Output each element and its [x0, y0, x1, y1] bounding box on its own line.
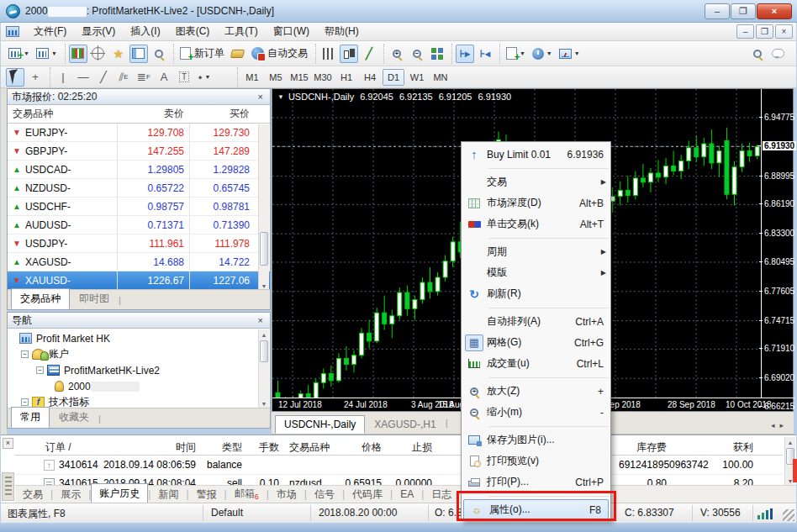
nav-accounts[interactable]: − 账户: [13, 346, 270, 362]
minimize-button[interactable]: –: [705, 3, 730, 19]
market-watch-scrollbar[interactable]: ▼: [258, 124, 269, 291]
navigator-close-icon[interactable]: ×: [256, 315, 266, 325]
zoom-out-button[interactable]: −: [408, 45, 426, 63]
column-symbol[interactable]: 交易品种: [8, 107, 117, 121]
child-close-button[interactable]: ×: [775, 24, 793, 39]
market-watch-row[interactable]: ▲NZDUSD-0.657220.65745: [8, 179, 270, 198]
child-restore-button[interactable]: ❐: [756, 24, 773, 39]
context-menu-item-缩小m[interactable]: −缩小(m)-: [462, 402, 610, 423]
new-chart-button[interactable]: +▼: [6, 45, 32, 63]
expand-icon[interactable]: −: [21, 398, 29, 406]
tab-symbols[interactable]: 交易品种: [11, 288, 70, 309]
nav-root[interactable]: Profit Market HK: [13, 330, 270, 346]
terminal-column-r2[interactable]: 获利: [15, 440, 753, 455]
arrows-button[interactable]: ⬩▼: [195, 68, 214, 87]
horizontal-line-button[interactable]: —: [74, 68, 92, 87]
market-watch-row[interactable]: ▲AUDUSD-0.713710.71390: [8, 216, 270, 234]
market-watch-row[interactable]: ▼XAUUSD-1226.671227.06: [8, 271, 270, 290]
context-menu-item-打印预览v[interactable]: 打印预览(v): [462, 450, 610, 471]
close-button[interactable]: ×: [757, 3, 792, 19]
context-menu-item-网格G[interactable]: ▦网格(G)Ctrl+G: [462, 332, 610, 353]
timeframe-m1[interactable]: M1: [241, 69, 263, 86]
menu-f[interactable]: 文件(F): [26, 22, 74, 41]
bottom-tab-5[interactable]: 邮箱6: [227, 485, 267, 503]
resize-grip[interactable]: [783, 509, 794, 521]
market-watch-close-icon[interactable]: ×: [256, 92, 266, 102]
timeframe-h1[interactable]: H1: [335, 69, 357, 86]
bottom-tab-10[interactable]: 日志: [424, 486, 459, 503]
bottom-tab-2[interactable]: 账户历史: [91, 483, 148, 503]
market-watch-row[interactable]: ▼USDJPY-111.961111.978: [8, 234, 270, 253]
context-menu-item-BuyLimit001[interactable]: ↑Buy Limit 0.016.91936: [462, 144, 610, 165]
timeframe-m30[interactable]: M30: [312, 69, 334, 86]
context-menu-item-市场深度D[interactable]: 市场深度(D)Alt+B: [462, 192, 610, 213]
menu-c[interactable]: 图表(C): [168, 22, 218, 41]
profiles-button[interactable]: ▼: [34, 45, 60, 63]
tab-favorites[interactable]: 收藏夹: [50, 407, 98, 428]
timeframe-m15[interactable]: M15: [288, 69, 310, 86]
market-watch-row[interactable]: ▲USDCHF-0.987570.98781: [8, 198, 270, 216]
auto-scroll-button[interactable]: ⊦▸: [456, 45, 474, 63]
favorites-button[interactable]: ★: [109, 45, 128, 63]
context-menu-item-成交量u[interactable]: 成交量(u)Ctrl+L: [462, 353, 610, 374]
tab-usdcnh[interactable]: USDCNH-,Daily: [275, 415, 365, 434]
navigator-scrollbar[interactable]: ▲ ▼: [258, 329, 269, 408]
menu-t[interactable]: 工具(T): [217, 22, 265, 41]
bottom-tab-1[interactable]: 展示: [53, 486, 88, 503]
market-watch-row[interactable]: ▲USDCAD-1.298051.29828: [8, 161, 270, 179]
terminal-dock-grip[interactable]: [2, 472, 14, 501]
navigator-button[interactable]: [129, 45, 148, 63]
data-window-button[interactable]: [89, 45, 108, 63]
text-button[interactable]: A: [155, 68, 173, 87]
strategy-tester-button[interactable]: [150, 45, 168, 63]
context-menu-item-交易[interactable]: 交易▶: [462, 171, 610, 192]
bottom-tab-6[interactable]: 市场: [269, 486, 304, 503]
tab-tick-chart[interactable]: 即时图: [70, 288, 119, 309]
zoom-in-button[interactable]: +: [388, 45, 406, 63]
bottom-tab-0[interactable]: 交易: [15, 486, 50, 503]
channel-button[interactable]: ⫽E: [114, 68, 133, 87]
metaeditor-button[interactable]: [229, 45, 247, 63]
maximize-button[interactable]: ❐: [731, 3, 756, 19]
tab-xagusd[interactable]: XAGUSD-,H1: [365, 415, 445, 434]
collapse-icon[interactable]: −: [36, 366, 44, 374]
line-chart-button[interactable]: ╱: [360, 45, 378, 63]
child-minimize-button[interactable]: –: [736, 24, 754, 39]
collapse-icon[interactable]: −: [21, 350, 29, 358]
menu-i[interactable]: 插入(I): [123, 22, 167, 41]
bottom-tab-3[interactable]: 新闻: [150, 486, 186, 503]
fibonacci-button[interactable]: ≣F: [135, 68, 153, 87]
new-order-button[interactable]: +新订单: [177, 45, 227, 63]
market-watch-row[interactable]: ▲XAGUSD-14.68814.722: [8, 253, 270, 271]
timeframe-mn[interactable]: MN: [430, 69, 451, 86]
vertical-line-button[interactable]: |: [54, 68, 72, 87]
price-axis[interactable]: 6.947756.919306.889956.861906.833006.804…: [761, 89, 793, 398]
autotrading-button[interactable]: 自动交易: [249, 45, 310, 63]
context-menu-item-单击交易k[interactable]: 单击交易(k)Alt+T: [462, 213, 610, 234]
timeframe-m5[interactable]: M5: [265, 69, 287, 86]
bottom-tab-4[interactable]: 警报: [189, 486, 224, 503]
menu-h[interactable]: 帮助(H): [317, 22, 367, 41]
tile-windows-button[interactable]: [428, 45, 446, 63]
bottom-tab-8[interactable]: 代码库: [345, 486, 390, 503]
search-button[interactable]: [748, 45, 767, 63]
timeframe-h4[interactable]: H4: [359, 69, 381, 86]
chat-button[interactable]: [768, 45, 787, 63]
timeframe-w1[interactable]: W1: [406, 69, 428, 86]
context-menu-item-保存为图片i[interactable]: 保存为图片(i)...: [462, 429, 610, 450]
indicators-button[interactable]: +▼: [504, 45, 528, 63]
context-menu-item-模版[interactable]: 模版▶: [462, 262, 610, 283]
market-watch-row[interactable]: ▼EURJPY-129.708129.730: [8, 124, 270, 142]
context-menu-item-自动排列A[interactable]: 自动排列(A)Ctrl+A: [462, 311, 610, 332]
trendline-button[interactable]: ╱: [94, 68, 113, 87]
column-bid[interactable]: 卖价: [117, 107, 189, 121]
market-watch-row[interactable]: ▼GBPJPY-147.255147.289: [8, 142, 270, 161]
tab-common[interactable]: 常用: [11, 407, 50, 428]
crosshair-button[interactable]: +: [26, 68, 45, 87]
tab-scroll-arrows[interactable]: ◂▸: [771, 421, 789, 429]
menu-w[interactable]: 窗口(W): [266, 22, 317, 41]
text-label-button[interactable]: T: [175, 68, 193, 87]
terminal-row[interactable]: ↑34106142018.09.14 08:06:59balance691241…: [15, 456, 783, 475]
terminal-close-icon[interactable]: ×: [3, 438, 13, 449]
bar-chart-button[interactable]: [319, 45, 338, 63]
